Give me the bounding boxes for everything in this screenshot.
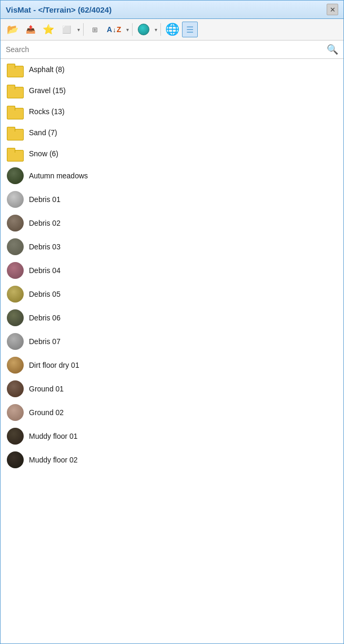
material-label: Debris 05 [29, 290, 60, 298]
hierarchy-button[interactable]: ⊞ [87, 22, 103, 37]
folder-label: Rocks (13) [29, 107, 65, 116]
material-label: Muddy floor 01 [29, 432, 78, 440]
separator-3 [160, 23, 161, 36]
material-item-autumn-meadows[interactable]: Autumn meadows [1, 164, 343, 188]
material-label: Ground 02 [29, 408, 64, 417]
folder-item-snow[interactable]: Snow (6) [1, 143, 343, 164]
main-window: VisMat - </Terrain> (62/4024) ✕ 📂 📤 ⭐ ⬜ … [0, 0, 344, 644]
sort-button[interactable]: A ↓ Z [105, 24, 123, 35]
folder-icon [7, 126, 24, 139]
material-item-debris-02[interactable]: Debris 02 [1, 212, 343, 235]
material-sphere [7, 238, 24, 255]
folder-label: Sand (7) [29, 128, 57, 137]
view-dropdown-arrow[interactable]: ▾ [77, 27, 80, 33]
folder-item-gravel[interactable]: Gravel (15) [1, 80, 343, 101]
material-sphere [7, 451, 24, 468]
sphere-view-button[interactable] [136, 22, 151, 37]
material-item-ground-01[interactable]: Ground 01 [1, 377, 343, 401]
folder-label: Asphalt (8) [29, 65, 65, 74]
folder-icon [7, 84, 24, 97]
folder-item-sand[interactable]: Sand (7) [1, 122, 343, 143]
view-button[interactable]: ⬜ [58, 22, 74, 37]
sphere-dropdown-arrow[interactable]: ▾ [155, 27, 157, 33]
folder-icon [7, 105, 24, 118]
material-sphere [7, 380, 24, 397]
item-list: Asphalt (8) Gravel (15) Rocks (13) Sand … [1, 59, 343, 643]
sort-arrow: ↓ [113, 26, 116, 34]
material-label: Muddy floor 02 [29, 456, 78, 464]
material-sphere [7, 333, 24, 350]
bookmark-button[interactable]: ⭐ [41, 22, 56, 37]
sort-dropdown-arrow[interactable]: ▾ [126, 27, 129, 33]
material-sphere [7, 191, 24, 208]
material-label: Ground 01 [29, 385, 64, 393]
search-input[interactable] [6, 45, 327, 54]
material-label: Debris 03 [29, 243, 60, 251]
close-button[interactable]: ✕ [327, 4, 338, 15]
sort-a-label: A [107, 25, 112, 34]
material-label: Debris 04 [29, 266, 60, 275]
material-item-muddy-floor-01[interactable]: Muddy floor 01 [1, 425, 343, 448]
material-item-debris-03[interactable]: Debris 03 [1, 235, 343, 259]
sort-z-label: Z [117, 25, 122, 34]
up-folder-button[interactable]: 📤 [23, 22, 38, 37]
material-label: Debris 06 [29, 314, 60, 322]
material-label: Debris 02 [29, 219, 60, 227]
folder-icon [7, 63, 24, 76]
material-sphere [7, 309, 24, 326]
search-bar: 🔍 [1, 41, 343, 59]
separator-2 [132, 23, 133, 36]
material-item-debris-07[interactable]: Debris 07 [1, 330, 343, 354]
folder-item-asphalt[interactable]: Asphalt (8) [1, 59, 343, 80]
material-item-muddy-floor-02[interactable]: Muddy floor 02 [1, 448, 343, 472]
material-item-debris-01[interactable]: Debris 01 [1, 188, 343, 212]
material-item-ground-02[interactable]: Ground 02 [1, 401, 343, 425]
material-label: Autumn meadows [29, 172, 88, 180]
material-item-dirt-floor-dry-01[interactable]: Dirt floor dry 01 [1, 354, 343, 377]
material-label: Debris 07 [29, 337, 60, 346]
material-item-debris-04[interactable]: Debris 04 [1, 259, 343, 283]
material-item-debris-05[interactable]: Debris 05 [1, 283, 343, 306]
material-sphere [7, 404, 24, 421]
separator-1 [83, 23, 84, 36]
search-icon: 🔍 [327, 44, 338, 55]
material-item-debris-06[interactable]: Debris 06 [1, 306, 343, 330]
material-label: Dirt floor dry 01 [29, 361, 79, 369]
folder-label: Snow (6) [29, 149, 58, 158]
folder-item-rocks[interactable]: Rocks (13) [1, 101, 343, 122]
window-title: VisMat - </Terrain> (62/4024) [6, 5, 112, 14]
open-folder-button[interactable]: 📂 [5, 22, 21, 37]
folder-icon [7, 147, 24, 160]
material-sphere [7, 262, 24, 279]
material-label: Debris 01 [29, 195, 60, 204]
material-sphere [7, 357, 24, 374]
material-sphere [7, 286, 24, 303]
material-sphere [7, 215, 24, 232]
folder-label: Gravel (15) [29, 86, 66, 95]
list-view-button[interactable]: ☰ [182, 22, 198, 37]
globe-button[interactable]: 🌐 [164, 22, 180, 37]
material-sphere [7, 428, 24, 445]
sphere-icon [138, 24, 149, 35]
title-bar: VisMat - </Terrain> (62/4024) ✕ [1, 1, 343, 19]
toolbar: 📂 📤 ⭐ ⬜ ▾ ⊞ A ↓ Z ▾ ▾ 🌐 ☰ [1, 19, 343, 41]
material-sphere [7, 167, 24, 184]
